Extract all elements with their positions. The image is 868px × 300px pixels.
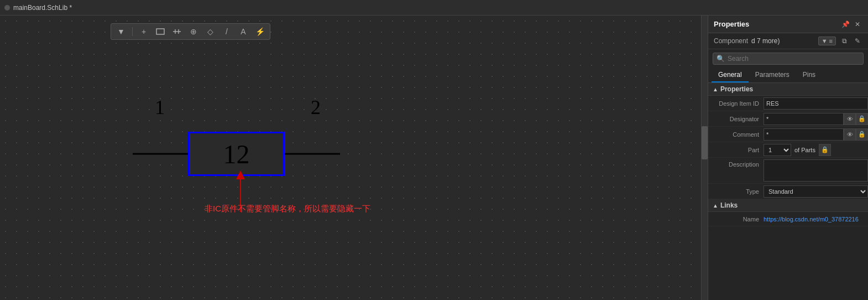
edit-icon[interactable]: ✎ (853, 36, 862, 46)
tab-general[interactable]: General (712, 68, 749, 82)
component-label: Component (714, 37, 748, 45)
title-bar: mainBoard.SchLib * (0, 0, 868, 15)
line-draw-icon[interactable]: / (221, 26, 232, 37)
part-label: Part (708, 147, 764, 153)
svg-rect-0 (156, 29, 164, 34)
toolbar: ▼ + ⊕ ◇ / A ⚡ (111, 23, 270, 40)
separator-1 (132, 27, 133, 36)
description-label: Description (708, 159, 764, 168)
comment-input[interactable] (764, 128, 844, 141)
lightning-icon[interactable]: ⚡ (254, 26, 265, 37)
close-panel-icon[interactable]: ✕ (853, 19, 862, 29)
designator-lock-icon[interactable]: 🔒 (856, 113, 868, 125)
of-parts-text: of Parts (791, 147, 819, 153)
design-item-id-row: Design Item ID (708, 96, 868, 111)
properties-panel: Properties 📌 ✕ Component d 7 more) ▼ ≡ ⧉… (708, 15, 868, 300)
rect-icon[interactable] (155, 26, 166, 37)
design-item-id-label: Design Item ID (708, 100, 764, 107)
comment-row: Comment 👁 🔒 (708, 127, 868, 142)
section-arrow: ▲ (713, 86, 718, 92)
tab-parameters[interactable]: Parameters (749, 68, 796, 82)
design-item-id-input[interactable] (764, 97, 868, 110)
add-icon[interactable]: + (138, 26, 149, 37)
filter-button[interactable]: ▼ ≡ (818, 37, 836, 45)
pin-svg (172, 27, 182, 36)
panel-header: Properties 📌 ✕ (708, 15, 868, 33)
name-label: Name (708, 216, 764, 223)
tab-pins[interactable]: Pins (796, 68, 822, 82)
search-icon: 🔍 (717, 55, 725, 63)
copy-icon[interactable]: ⧉ (839, 36, 849, 46)
tabs-row: General Parameters Pins (708, 68, 868, 83)
text-icon[interactable]: A (238, 26, 249, 37)
comment-visibility-icon[interactable]: 👁 (844, 128, 856, 141)
name-value: https://blog.csdn.net/m0_37872216 (764, 216, 868, 223)
rect-svg (156, 28, 165, 35)
panel-title: Properties (714, 20, 749, 28)
wire-right (285, 153, 340, 155)
type-label: Type (708, 188, 764, 195)
links-section-label: Links (720, 201, 738, 209)
designator-row: Designator 👁 🔒 (708, 111, 868, 127)
properties-section-label: Properties (720, 85, 753, 93)
canvas-scrollbar[interactable] (701, 15, 708, 300)
part-dropdown[interactable]: 1 (764, 144, 791, 156)
search-box[interactable]: 🔍 (713, 53, 864, 65)
type-select[interactable]: Standard Mechanical Net Tie (764, 185, 868, 198)
part-row: Part 1 of Parts 🔒 (708, 142, 868, 158)
component-row: Component d 7 more) ▼ ≡ ⧉ ✎ (708, 33, 868, 49)
pin-icon[interactable] (171, 26, 182, 37)
main-layout: ▼ + ⊕ ◇ / A ⚡ 1 (0, 15, 868, 300)
pin-1-label: 1 (155, 96, 165, 119)
comment-lock-icon[interactable]: 🔒 (856, 128, 868, 141)
resistor-value-label: 12 (223, 139, 250, 169)
scrollbar-thumb[interactable] (702, 126, 708, 159)
canvas-area[interactable]: ▼ + ⊕ ◇ / A ⚡ 1 (0, 15, 701, 300)
resistor-symbol: 1 2 12 非IC原件不需要管脚名称，所 (188, 132, 285, 176)
designator-label: Designator (708, 116, 764, 122)
title-dot (4, 5, 10, 11)
annotation-container: 非IC原件不需要管脚名称，所以需要隐藏一下 (205, 204, 370, 214)
poly-icon[interactable]: ◇ (205, 26, 216, 37)
pin-panel-icon[interactable]: 📌 (840, 19, 850, 29)
part-lock-icon[interactable]: 🔒 (819, 144, 831, 156)
cross-icon[interactable]: ⊕ (188, 26, 199, 37)
search-input[interactable] (728, 55, 860, 63)
links-section-header: ▲ Links (708, 199, 868, 212)
properties-section-header: ▲ Properties (708, 83, 868, 96)
pin-2-label: 2 (311, 96, 321, 119)
description-row: Description (708, 158, 868, 184)
type-row: Type Standard Mechanical Net Tie (708, 184, 868, 199)
designator-visibility-icon[interactable]: 👁 (844, 113, 856, 125)
comment-label: Comment (708, 131, 764, 138)
annotation-text: 非IC原件不需要管脚名称，所以需要隐藏一下 (205, 204, 370, 214)
designator-input[interactable] (764, 113, 844, 125)
title-text: mainBoard.SchLib * (13, 4, 72, 12)
name-row: Name https://blog.csdn.net/m0_37872216 (708, 212, 868, 226)
links-arrow: ▲ (713, 203, 718, 209)
component-value: d 7 more) (751, 37, 815, 45)
description-textarea[interactable] (764, 159, 868, 182)
filter-icon[interactable]: ▼ (116, 26, 127, 37)
wire-left (133, 153, 188, 155)
resistor-box: 12 (188, 132, 285, 176)
panel-header-icons: 📌 ✕ (840, 19, 862, 29)
